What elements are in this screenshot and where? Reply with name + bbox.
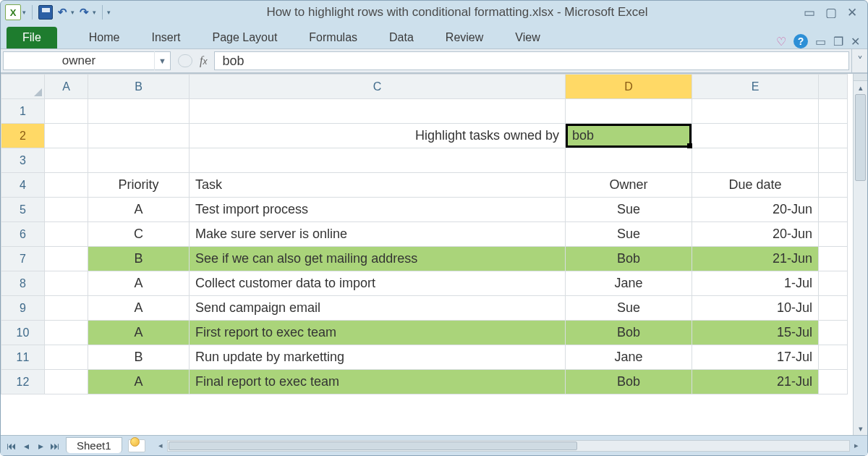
minimize-icon[interactable]: ▭ xyxy=(804,5,815,20)
row-header-7[interactable]: 7 xyxy=(1,247,45,271)
cell-owner[interactable]: Bob xyxy=(566,321,692,345)
row-header-10[interactable]: 10 xyxy=(1,321,45,345)
save-icon[interactable] xyxy=(38,5,53,20)
split-handle[interactable] xyxy=(854,74,867,81)
status-bar: ⏮ ◂ ▸ ⏭ Sheet1 ◂ ▸ xyxy=(1,435,867,455)
app-menu-dropdown-icon[interactable]: ▾ xyxy=(22,9,26,16)
tab-data[interactable]: Data xyxy=(373,27,430,48)
sheet-nav-prev-icon[interactable]: ◂ xyxy=(20,440,33,452)
cell-due[interactable]: 21-Jul xyxy=(692,370,819,394)
name-box-dropdown-icon[interactable]: ▼ xyxy=(154,51,170,70)
horizontal-scrollbar[interactable]: ◂ ▸ xyxy=(154,440,863,452)
row-header-4[interactable]: 4 xyxy=(1,173,45,198)
cell-task[interactable]: First report to exec team xyxy=(190,321,566,345)
ribbon-minimize-icon[interactable]: ▭ xyxy=(815,35,826,48)
help-icon[interactable]: ? xyxy=(793,34,808,48)
tab-review[interactable]: Review xyxy=(430,27,499,48)
cell-due[interactable]: 15-Jul xyxy=(692,321,819,345)
tab-file[interactable]: File xyxy=(7,27,57,48)
redo-dropdown-icon[interactable]: ▾ xyxy=(93,9,96,16)
cell-owner[interactable]: Jane xyxy=(566,271,692,296)
cell-priority[interactable]: A xyxy=(88,321,190,345)
workbook-close-icon[interactable]: ✕ xyxy=(851,35,860,48)
row-header-3[interactable]: 3 xyxy=(1,148,45,173)
hscroll-thumb[interactable] xyxy=(169,442,577,450)
col-header-b[interactable]: B xyxy=(88,75,190,99)
redo-icon[interactable]: ↷ xyxy=(77,6,91,19)
cell-task[interactable]: Collect customer data to import xyxy=(190,271,566,296)
vertical-scrollbar[interactable]: ▴ ▾ xyxy=(853,74,867,435)
cell-task[interactable]: Make sure server is online xyxy=(190,222,566,247)
new-sheet-icon[interactable] xyxy=(128,439,145,452)
cell-task[interactable]: Final report to exec team xyxy=(190,370,566,394)
col-header-a[interactable]: A xyxy=(45,75,88,99)
heart-icon[interactable]: ♡ xyxy=(776,35,786,48)
row-header-11[interactable]: 11 xyxy=(1,345,45,370)
sheet-nav-first-icon[interactable]: ⏮ xyxy=(5,440,18,452)
cell-owner[interactable]: Sue xyxy=(566,296,692,321)
spreadsheet-grid[interactable]: A B C D E 12Highlight tasks owned bybob3… xyxy=(1,74,848,394)
cell-priority[interactable]: B xyxy=(88,345,190,370)
cell-due[interactable]: 10-Jul xyxy=(692,296,819,321)
tab-formulas[interactable]: Formulas xyxy=(293,27,373,48)
maximize-icon[interactable]: ▢ xyxy=(825,5,837,20)
row-header-5[interactable]: 5 xyxy=(1,198,45,222)
cell-owner[interactable]: Sue xyxy=(566,198,692,222)
cell-due[interactable]: 21-Jun xyxy=(692,247,819,271)
ribbon-restore-icon[interactable]: ❐ xyxy=(833,35,843,48)
row-header-12[interactable]: 12 xyxy=(1,370,45,394)
cell-due[interactable]: 1-Jul xyxy=(692,271,819,296)
cell-task[interactable]: Test import process xyxy=(190,198,566,222)
select-all-corner[interactable] xyxy=(1,75,45,99)
scroll-up-icon[interactable]: ▴ xyxy=(854,81,867,94)
cell-owner[interactable]: Bob xyxy=(566,247,692,271)
cell-priority[interactable]: A xyxy=(88,271,190,296)
tab-home[interactable]: Home xyxy=(73,27,136,48)
row-header-1[interactable]: 1 xyxy=(1,99,45,124)
cancel-formula-icon[interactable] xyxy=(178,54,192,67)
cell-priority[interactable]: A xyxy=(88,370,190,394)
scroll-down-icon[interactable]: ▾ xyxy=(854,422,867,435)
cell-due[interactable]: 20-Jun xyxy=(692,198,819,222)
row-header-8[interactable]: 8 xyxy=(1,271,45,296)
row-header-9[interactable]: 9 xyxy=(1,296,45,321)
sheet-nav-next-icon[interactable]: ▸ xyxy=(34,440,47,452)
cell-task[interactable]: Run update by marketting xyxy=(190,345,566,370)
row-header-6[interactable]: 6 xyxy=(1,222,45,247)
col-header-c[interactable]: C xyxy=(190,75,566,99)
cell-owner[interactable]: Jane xyxy=(566,345,692,370)
name-box-value[interactable]: owner xyxy=(4,54,154,68)
col-header-d[interactable]: D xyxy=(566,75,692,99)
excel-icon[interactable]: X xyxy=(5,4,21,20)
sheet-nav-last-icon[interactable]: ⏭ xyxy=(48,440,61,452)
col-header-e[interactable]: E xyxy=(692,75,819,99)
vscroll-thumb[interactable] xyxy=(855,94,866,181)
hdr-owner: Owner xyxy=(566,173,692,198)
sheet-tab[interactable]: Sheet1 xyxy=(66,437,122,453)
name-box[interactable]: owner ▼ xyxy=(3,51,171,70)
cell-priority[interactable]: A xyxy=(88,296,190,321)
formula-input[interactable]: bob xyxy=(214,51,849,70)
cell-owner[interactable]: Bob xyxy=(566,370,692,394)
cell-task[interactable]: Send campaign email xyxy=(190,296,566,321)
active-cell[interactable]: bob xyxy=(566,124,692,148)
col-header-f[interactable] xyxy=(819,75,848,99)
undo-icon[interactable]: ↶ xyxy=(56,6,69,19)
scroll-right-icon[interactable]: ▸ xyxy=(850,441,863,450)
formula-expand-icon[interactable]: ˅ xyxy=(851,49,867,72)
undo-dropdown-icon[interactable]: ▾ xyxy=(71,9,75,16)
cell-due[interactable]: 17-Jul xyxy=(692,345,819,370)
close-icon[interactable]: ✕ xyxy=(847,5,857,20)
cell-task[interactable]: See if we can also get mailing address xyxy=(190,247,566,271)
fx-icon[interactable]: fx xyxy=(200,54,207,67)
cell-priority[interactable]: C xyxy=(88,222,190,247)
cell-due[interactable]: 20-Jun xyxy=(692,222,819,247)
cell-priority[interactable]: B xyxy=(88,247,190,271)
row-header-2[interactable]: 2 xyxy=(1,124,45,148)
cell-owner[interactable]: Sue xyxy=(566,222,692,247)
tab-view[interactable]: View xyxy=(499,27,556,48)
tab-page-layout[interactable]: Page Layout xyxy=(196,27,293,48)
cell-priority[interactable]: A xyxy=(88,198,190,222)
tab-insert[interactable]: Insert xyxy=(135,27,196,48)
scroll-left-icon[interactable]: ◂ xyxy=(154,441,167,450)
